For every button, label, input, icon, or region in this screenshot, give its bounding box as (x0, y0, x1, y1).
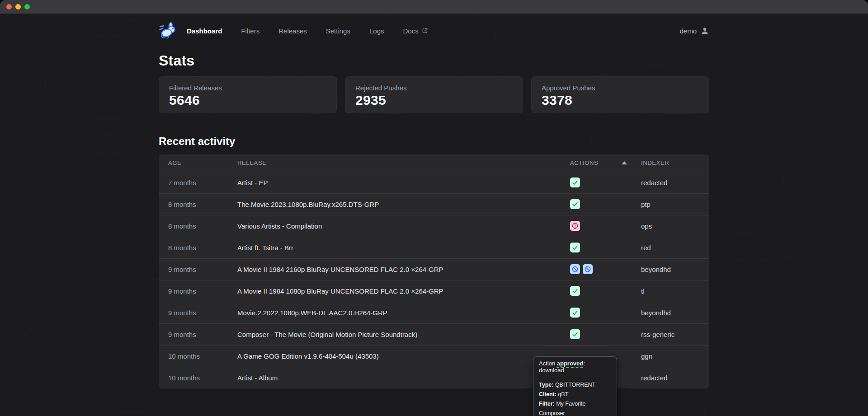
release-actions (561, 258, 632, 280)
check-icon[interactable] (570, 243, 580, 252)
activity-row: 7 monthsArtist - EPredacted (159, 172, 709, 193)
column-header-release[interactable]: Release (228, 154, 561, 172)
tooltip-action-line: Action approved: download (533, 357, 617, 377)
stat-card: Rejected Pushes2935 (345, 76, 523, 113)
tooltip-field: Client: qBT (539, 390, 611, 399)
user-menu[interactable]: demo (679, 26, 709, 35)
macos-titlebar (0, 0, 868, 14)
release-age: 8 months (159, 215, 228, 237)
dashboard-page: DashboardFiltersReleasesSettingsLogsDocs… (0, 14, 868, 416)
release-actions (561, 302, 632, 323)
stat-card: Approved Pushes3378 (531, 76, 709, 113)
release-name: The.Movie.2023.1080p.BluRay.x265.DTS-GRP (228, 193, 561, 215)
activity-row: 10 monthsA Game GOG Edition v1.9.6-404-5… (159, 345, 709, 367)
release-age: 9 months (159, 280, 228, 302)
release-actions (561, 323, 632, 345)
release-indexer: ggn (632, 345, 709, 367)
nav-item-label: Logs (369, 27, 384, 35)
nav-item-filters[interactable]: Filters (241, 27, 259, 35)
stat-card-label: Filtered Releases (169, 84, 326, 92)
release-name: Artist - Album (228, 367, 561, 388)
nav-item-label: Filters (241, 27, 259, 35)
release-indexer: redacted (632, 172, 709, 193)
username-label: demo (679, 27, 697, 35)
nav-item-dashboard[interactable]: Dashboard (187, 27, 222, 35)
release-age: 9 months (159, 302, 228, 323)
top-navigation: DashboardFiltersReleasesSettingsLogsDocs… (159, 14, 709, 41)
check-icon[interactable] (570, 199, 580, 209)
exclamation-circle-icon[interactable] (570, 221, 580, 231)
release-name: Composer - The Movie (Original Motion Pi… (228, 323, 561, 345)
check-icon[interactable] (570, 308, 580, 318)
tooltip-field: Type: QBITTORRENT (539, 380, 611, 390)
column-header-indexer[interactable]: Indexer (632, 154, 709, 172)
nav-item-docs[interactable]: Docs (403, 27, 428, 35)
release-actions (561, 280, 632, 302)
release-age: 10 months (159, 345, 228, 367)
stat-cards: Filtered Releases5646Rejected Pushes2935… (159, 76, 709, 113)
check-icon[interactable] (570, 329, 580, 339)
check-icon[interactable] (570, 286, 580, 296)
release-actions (561, 193, 632, 215)
release-actions (561, 215, 632, 237)
release-age: 10 months (159, 367, 228, 388)
tooltip-field: Filter: My Favorite Composer (539, 399, 611, 416)
release-age: 8 months (159, 237, 228, 258)
release-indexer: beyondhd (632, 258, 709, 280)
recent-activity-table: Age Release Actions Indexer 7 monthsA (159, 154, 709, 388)
release-indexer: beyondhd (632, 302, 709, 323)
nav-item-releases[interactable]: Releases (278, 27, 307, 35)
activity-row: 8 monthsThe.Movie.2023.1080p.BluRay.x265… (159, 193, 709, 215)
stat-card-value: 3378 (542, 93, 699, 108)
release-indexer: redacted (632, 367, 709, 388)
recent-activity-title: Recent activity (159, 135, 709, 148)
nav-item-label: Dashboard (187, 27, 222, 35)
nav-item-label: Releases (278, 27, 307, 35)
activity-row: 10 monthsArtist - Albumredacted (159, 367, 709, 388)
release-indexer: rss-generic (632, 323, 709, 345)
release-age: 8 months (159, 193, 228, 215)
nav-item-logs[interactable]: Logs (369, 27, 384, 35)
release-actions (561, 237, 632, 258)
release-indexer: red (632, 237, 709, 258)
release-name: A Game GOG Edition v1.9.6-404-504u (4350… (228, 345, 561, 367)
activity-row: 9 monthsA Movie II 1984 2160p BluRay UNC… (159, 258, 709, 280)
release-age: 7 months (159, 172, 228, 193)
column-header-age[interactable]: Age (159, 154, 228, 172)
sort-ascending-icon (622, 161, 627, 164)
release-name: A Movie II 1984 2160p BluRay UNCENSORED … (228, 258, 561, 280)
activity-row: 8 monthsVarious Artists - Compilationops (159, 215, 709, 237)
release-name: Artist - EP (228, 172, 561, 193)
table-header-row: Age Release Actions Indexer (159, 154, 709, 172)
activity-row: 8 monthsArtist ft. Tsitra - Brrred (159, 237, 709, 258)
stats-title: Stats (159, 52, 709, 69)
release-name: Various Artists - Compilation (228, 215, 561, 237)
zoom-window-button[interactable] (24, 4, 30, 9)
action-tooltip: Action approved: download Type: QBITTORR… (533, 356, 617, 416)
close-window-button[interactable] (6, 4, 12, 9)
stat-card: Filtered Releases5646 (159, 76, 337, 113)
column-header-actions[interactable]: Actions (561, 154, 632, 172)
ban-icon[interactable] (583, 264, 593, 274)
nav-item-label: Settings (326, 27, 350, 35)
release-age: 9 months (159, 258, 228, 280)
release-indexer: ptp (632, 193, 709, 215)
stat-card-label: Rejected Pushes (355, 84, 513, 92)
activity-row: 9 monthsMovie.2.2022.1080p.WEB-DL.AAC2.0… (159, 302, 709, 323)
autobrr-logo[interactable] (159, 22, 177, 40)
tooltip-details: Type: QBITTORRENTClient: qBTFilter: My F… (533, 377, 617, 416)
release-indexer: tl (632, 280, 709, 302)
app-window: DashboardFiltersReleasesSettingsLogsDocs… (0, 0, 868, 416)
stat-card-label: Approved Pushes (542, 84, 699, 92)
release-age: 9 months (159, 323, 228, 345)
activity-row: 9 monthsA Movie II 1984 1080p BluRay UNC… (159, 280, 709, 302)
nav-item-settings[interactable]: Settings (326, 27, 350, 35)
ban-icon[interactable] (570, 264, 580, 274)
nav-item-label: Docs (403, 27, 418, 35)
stat-card-value: 5646 (169, 93, 326, 108)
release-name: Artist ft. Tsitra - Brr (228, 237, 561, 258)
release-name: A Movie II 1984 1080p BluRay UNCENSORED … (228, 280, 561, 302)
tooltip-status-approved: approved (557, 360, 584, 367)
minimize-window-button[interactable] (15, 4, 21, 9)
check-icon[interactable] (570, 178, 580, 187)
